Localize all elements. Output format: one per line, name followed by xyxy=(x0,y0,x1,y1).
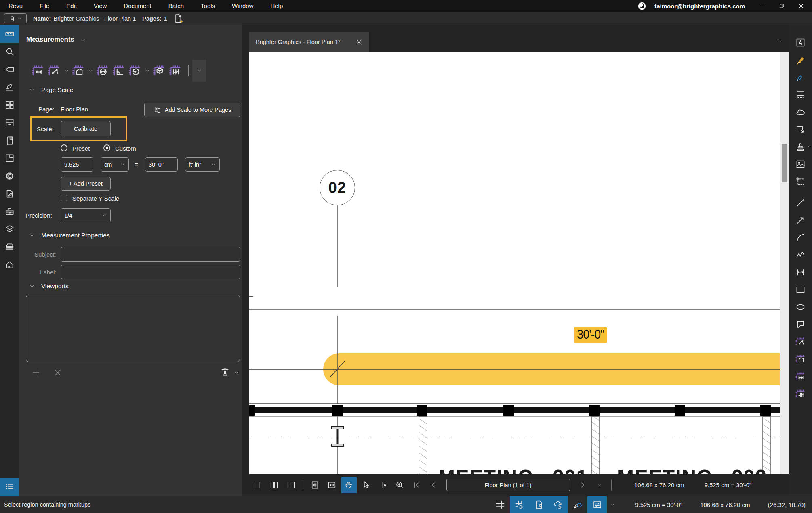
length-measure-tool[interactable] xyxy=(789,368,812,385)
fit-page-button[interactable] xyxy=(307,477,323,493)
rectangle-tool[interactable] xyxy=(789,281,812,298)
select-button[interactable] xyxy=(358,477,374,493)
radius-tool-button[interactable] xyxy=(127,63,143,79)
next-page-button[interactable] xyxy=(575,477,590,493)
fit-width-button[interactable] xyxy=(324,477,340,493)
page-scale-section-header[interactable]: Page Scale xyxy=(29,86,73,94)
menu-window[interactable]: Window xyxy=(223,0,262,12)
area-dropdown[interactable] xyxy=(86,63,95,79)
unit-from-dropdown[interactable]: cm xyxy=(101,157,129,172)
first-page-button[interactable] xyxy=(409,477,425,493)
cloud-tool[interactable] xyxy=(789,103,812,121)
restore-button[interactable] xyxy=(778,2,785,10)
preset-radio[interactable] xyxy=(61,144,67,151)
diameter-tool-button[interactable] xyxy=(95,63,111,79)
menu-edit[interactable]: Edit xyxy=(58,0,85,12)
page-menu-button[interactable] xyxy=(592,477,607,493)
highlighter-tool[interactable] xyxy=(789,51,812,69)
sidebar-item-markup-list-bottom[interactable] xyxy=(0,478,19,496)
tab-close-icon[interactable] xyxy=(356,39,362,46)
document-menu-button[interactable] xyxy=(4,13,27,23)
add-scale-to-more-pages-button[interactable]: Add Scale to More Pages xyxy=(144,103,240,117)
text-box-tool[interactable] xyxy=(789,34,812,51)
sidebar-item-measurements[interactable] xyxy=(0,25,19,43)
scale-from-input[interactable] xyxy=(61,157,93,172)
single-page-button[interactable] xyxy=(249,477,265,493)
previous-page-button[interactable] xyxy=(426,477,442,493)
more-tools-button[interactable] xyxy=(192,60,206,82)
volume-tool-button[interactable] xyxy=(151,63,167,79)
sidebar-item-toolbox[interactable] xyxy=(0,203,19,220)
ellipse-tool[interactable] xyxy=(789,298,812,316)
precision-dropdown[interactable]: 1/4 xyxy=(61,208,111,222)
add-page-icon[interactable] xyxy=(172,13,184,24)
remove-viewport-icon[interactable] xyxy=(53,367,63,378)
perimeter-measure-tool[interactable] xyxy=(789,333,812,350)
menu-view[interactable]: View xyxy=(85,0,115,12)
menu-batch[interactable]: Batch xyxy=(160,0,192,12)
snap-to-markups-toggle[interactable] xyxy=(549,496,568,513)
facing-pages-button[interactable] xyxy=(266,477,282,493)
sidebar-item-spaces[interactable] xyxy=(0,149,19,167)
viewports-list[interactable] xyxy=(26,295,240,362)
add-viewport-icon[interactable] xyxy=(31,367,41,378)
scale-to-input[interactable] xyxy=(145,157,178,172)
viewports-section-header[interactable]: Viewports xyxy=(29,283,69,290)
pen-tool[interactable] xyxy=(789,69,812,86)
calibrate-button[interactable]: Calibrate xyxy=(61,121,111,136)
unit-to-dropdown[interactable]: ft' in" xyxy=(185,157,220,172)
reuse-markup-tools-toggle[interactable] xyxy=(568,496,587,513)
status-options-chevron[interactable] xyxy=(607,496,617,513)
measurement-properties-section-header[interactable]: Measurement Properties xyxy=(29,232,110,239)
page-field[interactable]: Floor Plan (1 of 1) xyxy=(446,479,570,491)
scrollbar-thumb[interactable] xyxy=(782,144,787,182)
snap-to-document-toggle[interactable] xyxy=(529,496,549,513)
separate-y-scale-checkbox[interactable] xyxy=(61,195,67,201)
menu-tools[interactable]: Tools xyxy=(192,0,223,12)
sidebar-item-markup[interactable] xyxy=(0,78,19,96)
image-tool[interactable] xyxy=(789,155,812,173)
count-tool-button[interactable] xyxy=(167,63,183,79)
add-preset-button[interactable]: + Add Preset xyxy=(61,177,111,191)
menu-revu[interactable]: Revu xyxy=(0,0,31,12)
grid-toggle[interactable] xyxy=(490,496,510,513)
custom-radio[interactable] xyxy=(103,144,110,151)
account-email[interactable]: taimoor@brightergraphics.com xyxy=(654,3,745,10)
sidebar-item-search[interactable] xyxy=(0,43,19,61)
snapshot-tool[interactable] xyxy=(789,173,812,190)
sidebar-item-bookmarks[interactable] xyxy=(0,132,19,149)
sidebar-item-layers[interactable] xyxy=(0,220,19,238)
label-input[interactable] xyxy=(61,265,240,279)
stamp-tool[interactable] xyxy=(789,138,812,155)
pan-button[interactable] xyxy=(341,477,357,493)
polylength-dropdown[interactable] xyxy=(62,63,70,79)
sidebar-item-markups-list[interactable] xyxy=(0,185,19,203)
drawing-canvas[interactable]: 02 30'-0" MEETING 201 MEETING 202 xyxy=(249,52,780,474)
tab-list-chevron-icon[interactable] xyxy=(777,36,783,43)
split-view-button[interactable] xyxy=(283,477,299,493)
arrow-tool[interactable] xyxy=(789,211,812,229)
area-tool-button[interactable] xyxy=(70,63,86,79)
sidebar-item-tool-chest[interactable] xyxy=(0,114,19,132)
select-text-button[interactable] xyxy=(375,477,391,493)
menu-help[interactable]: Help xyxy=(262,0,291,12)
sidebar-item-3d[interactable] xyxy=(0,256,19,274)
menu-file[interactable]: File xyxy=(31,0,58,12)
sidebar-item-thumbnails[interactable] xyxy=(0,96,19,114)
vertical-scrollbar[interactable] xyxy=(780,52,789,474)
close-window-button[interactable] xyxy=(797,2,805,10)
squiggly-callout-tool[interactable] xyxy=(789,86,812,103)
radius-dropdown[interactable] xyxy=(143,63,151,79)
document-tab[interactable]: Brighter Graphics - Floor Plan 1* xyxy=(249,32,369,52)
arc-tool[interactable] xyxy=(789,229,812,246)
zoom-button[interactable] xyxy=(392,477,408,493)
dimension-label[interactable]: 30'-0" xyxy=(574,327,607,343)
minimize-button[interactable] xyxy=(759,2,766,10)
sidebar-item-tag[interactable] xyxy=(0,61,19,78)
trash-chevron-icon[interactable] xyxy=(234,370,239,375)
angle-tool-button[interactable] xyxy=(111,63,127,79)
synchronize-views-toggle[interactable] xyxy=(587,496,607,513)
panel-chevron-icon[interactable] xyxy=(80,37,86,43)
polyline-tool[interactable] xyxy=(789,246,812,264)
callout-tool[interactable] xyxy=(789,121,812,138)
